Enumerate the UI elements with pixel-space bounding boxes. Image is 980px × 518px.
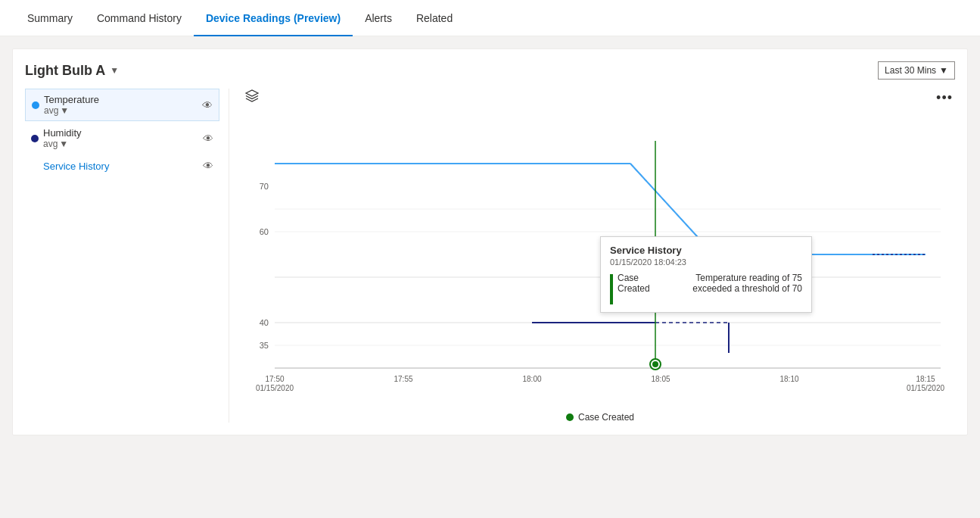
nav-command-history[interactable]: Command History bbox=[85, 0, 194, 36]
humidity-agg[interactable]: avg ▼ bbox=[43, 139, 82, 149]
svg-text:18:15: 18:15 bbox=[916, 375, 935, 383]
humidity-eye-icon[interactable]: 👁 bbox=[203, 133, 213, 145]
nav-device-readings[interactable]: Device Readings (Preview) bbox=[194, 0, 353, 36]
device-readings-card: Light Bulb A ▼ Last 30 Mins ▼ Temperatur… bbox=[12, 48, 968, 435]
legend-temperature[interactable]: Temperature avg ▼ 👁 bbox=[25, 89, 219, 121]
line-chart: 35 40 60 70 17:50 01/15/202 bbox=[244, 111, 956, 406]
humidity-agg-arrow: ▼ bbox=[59, 139, 68, 149]
time-selector[interactable]: Last 30 Mins ▼ bbox=[878, 61, 955, 80]
service-history-label: Service History bbox=[43, 161, 109, 172]
top-navigation: Summary Command History Device Readings … bbox=[0, 0, 980, 36]
temperature-eye-icon[interactable]: 👁 bbox=[202, 99, 213, 111]
case-created-dot bbox=[566, 413, 574, 421]
humidity-label: Humidity bbox=[43, 127, 82, 139]
svg-text:18:10: 18:10 bbox=[779, 375, 798, 383]
time-selector-label: Last 30 Mins bbox=[885, 65, 936, 76]
svg-text:17:55: 17:55 bbox=[394, 375, 412, 383]
nav-alerts[interactable]: Alerts bbox=[353, 0, 404, 36]
svg-text:17:50: 17:50 bbox=[265, 375, 284, 383]
case-created-label: Case Created bbox=[578, 412, 634, 423]
chart-container: Temperature avg ▼ 👁 bbox=[25, 89, 955, 423]
time-selector-arrow: ▼ bbox=[939, 65, 948, 76]
svg-point-21 bbox=[652, 361, 658, 367]
card-header: Light Bulb A ▼ Last 30 Mins ▼ bbox=[25, 61, 955, 80]
svg-text:18:00: 18:00 bbox=[522, 375, 541, 383]
svg-text:70: 70 bbox=[260, 182, 269, 191]
svg-text:18:05: 18:05 bbox=[651, 375, 670, 383]
temperature-dot bbox=[32, 101, 39, 109]
main-content: Light Bulb A ▼ Last 30 Mins ▼ Temperatur… bbox=[0, 36, 980, 448]
temperature-label: Temperature bbox=[44, 94, 99, 105]
svg-text:60: 60 bbox=[260, 227, 269, 236]
svg-text:40: 40 bbox=[260, 318, 269, 327]
chart-toolbar: ••• bbox=[244, 89, 956, 108]
nav-related[interactable]: Related bbox=[404, 0, 465, 36]
chart-legend-bottom: Case Created bbox=[244, 412, 956, 423]
legend-humidity[interactable]: Humidity avg ▼ 👁 bbox=[25, 123, 219, 154]
layers-icon[interactable] bbox=[244, 89, 260, 108]
more-options-icon[interactable]: ••• bbox=[936, 90, 953, 106]
legend-service-history[interactable]: Service History 👁 bbox=[25, 155, 219, 176]
service-history-eye-icon[interactable]: 👁 bbox=[203, 160, 213, 172]
device-dropdown-arrow[interactable]: ▼ bbox=[110, 65, 119, 76]
svg-text:01/15/2020: 01/15/2020 bbox=[907, 384, 944, 392]
device-title: Light Bulb A ▼ bbox=[25, 63, 119, 79]
device-title-text: Light Bulb A bbox=[25, 63, 105, 79]
nav-summary[interactable]: Summary bbox=[15, 0, 85, 36]
legend-panel: Temperature avg ▼ 👁 bbox=[25, 89, 229, 423]
chart-area: ••• 35 bbox=[229, 89, 956, 423]
agg-arrow: ▼ bbox=[60, 105, 69, 116]
temperature-agg[interactable]: avg ▼ bbox=[44, 105, 99, 116]
svg-text:35: 35 bbox=[260, 341, 269, 350]
svg-text:01/15/2020: 01/15/2020 bbox=[256, 384, 294, 392]
humidity-dot bbox=[31, 135, 39, 142]
